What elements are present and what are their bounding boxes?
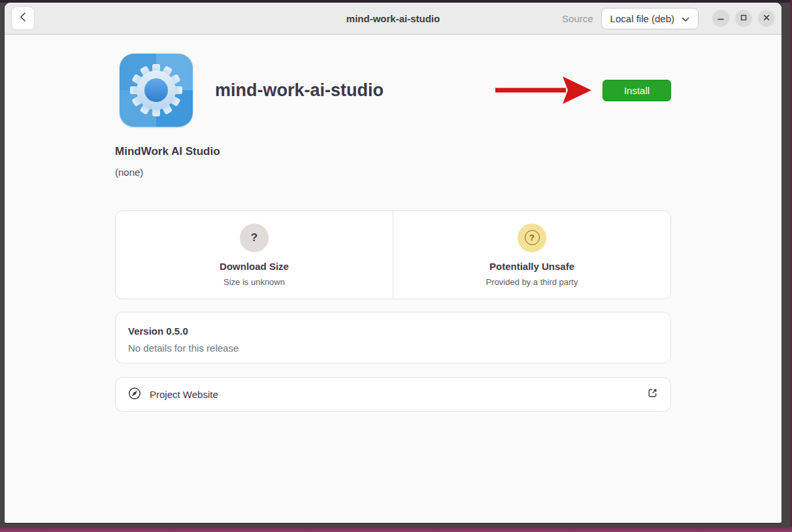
version-subtitle: No details for this release (128, 342, 658, 354)
gear-icon (120, 54, 193, 127)
safety-tile[interactable]: ? Potentially Unsafe Provided by a third… (393, 211, 670, 299)
minimize-icon (717, 12, 725, 24)
maximize-icon (740, 12, 748, 24)
close-icon (763, 12, 770, 24)
chevron-down-icon (682, 13, 689, 24)
tile-title: Potentially Unsafe (489, 261, 574, 272)
tile-title: Download Size (220, 261, 289, 272)
version-card: Version 0.5.0 No details for this releas… (115, 312, 671, 363)
tile-subtitle: Size is unknown (223, 277, 285, 287)
close-button[interactable] (758, 10, 775, 27)
app-hero: mind-work-ai-studio Install (115, 54, 671, 127)
project-website-link[interactable]: Project Website (115, 377, 671, 412)
software-window: mind-work-ai-studio Source Local file (d… (5, 3, 782, 523)
source-label: Source (562, 13, 593, 24)
unknown-size-icon: ? (240, 224, 269, 252)
context-tiles-card: ? Download Size Size is unknown ? Potent… (115, 210, 671, 299)
app-name-heading: mind-work-ai-studio (215, 80, 384, 101)
external-link-icon (647, 388, 658, 401)
source-dropdown-value: Local file (deb) (610, 13, 674, 24)
download-size-tile[interactable]: ? Download Size Size is unknown (116, 211, 393, 299)
annotation-arrow (495, 75, 593, 105)
warning-question-icon: ? (518, 224, 546, 252)
titlebar: mind-work-ai-studio Source Local file (d… (5, 3, 782, 35)
tile-subtitle: Provided by a third party (486, 277, 578, 287)
minimize-button[interactable] (712, 10, 729, 27)
back-button[interactable] (11, 7, 35, 30)
app-display-name: MindWork AI Studio (115, 145, 671, 158)
desktop-edge-bottom (0, 527, 792, 532)
app-developer: (none) (115, 167, 671, 178)
chevron-left-icon (18, 11, 27, 25)
app-details-page: mind-work-ai-studio Install MindWork AI … (5, 54, 782, 412)
install-button[interactable]: Install (602, 80, 671, 101)
website-label: Project Website (150, 389, 218, 400)
source-dropdown[interactable]: Local file (deb) (601, 8, 699, 29)
compass-icon (128, 387, 141, 403)
app-icon (120, 54, 193, 127)
maximize-button[interactable] (735, 10, 752, 27)
version-title: Version 0.5.0 (128, 325, 658, 337)
